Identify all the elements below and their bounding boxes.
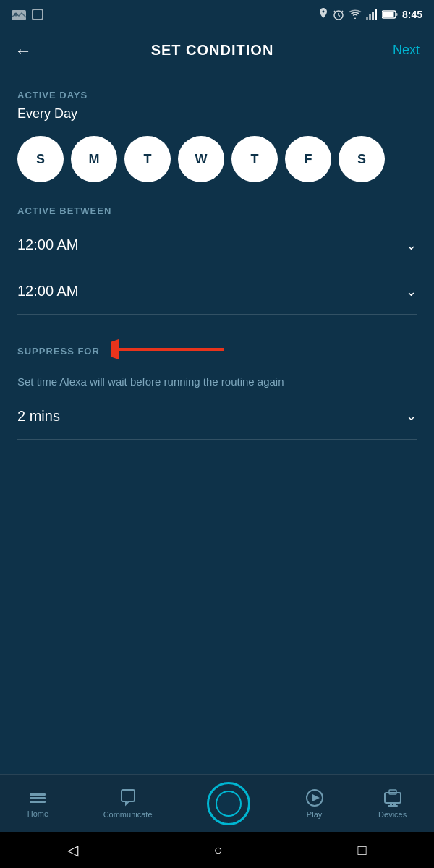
- active-between-label: ACTIVE BETWEEN: [17, 205, 417, 216]
- photo-icon: [12, 9, 26, 20]
- suppress-value: 2 mins: [17, 408, 60, 425]
- status-bar: 8:45: [0, 0, 434, 29]
- time-display: 8:45: [402, 9, 422, 20]
- nav-devices[interactable]: Devices: [378, 788, 407, 819]
- android-home-button[interactable]: ○: [213, 842, 222, 859]
- nav-play[interactable]: Play: [305, 788, 324, 819]
- from-time-chevron: ⌄: [406, 237, 417, 253]
- nav-devices-label: Devices: [378, 810, 407, 819]
- home-icon: [28, 789, 47, 807]
- nav-home[interactable]: Home: [27, 789, 48, 818]
- to-time-value: 12:00 AM: [17, 283, 79, 299]
- suppress-for-section: SUPPRESS FOR Set time Alexa will wait be…: [17, 335, 417, 440]
- suppress-description: Set time Alexa will wait before running …: [17, 374, 417, 391]
- svg-rect-22: [388, 805, 398, 807]
- days-row: S M T W T F S: [17, 136, 417, 182]
- day-wednesday[interactable]: W: [178, 136, 224, 182]
- to-time-dropdown[interactable]: 12:00 AM ⌄: [17, 268, 417, 315]
- main-content: ACTIVE DAYS Every Day S M T W T F S ACTI…: [0, 72, 434, 774]
- battery-icon: [382, 10, 398, 19]
- play-icon: [305, 788, 324, 807]
- svg-rect-7: [375, 9, 377, 20]
- next-button[interactable]: Next: [393, 43, 420, 58]
- active-days-value: Every Day: [17, 106, 417, 122]
- day-thursday[interactable]: T: [231, 136, 278, 182]
- to-time-chevron: ⌄: [406, 284, 417, 299]
- status-bar-left: [12, 9, 43, 20]
- svg-rect-10: [396, 13, 397, 16]
- day-saturday[interactable]: S: [339, 136, 385, 182]
- communicate-icon: [119, 788, 137, 807]
- day-friday[interactable]: F: [285, 136, 331, 182]
- suppress-value-dropdown[interactable]: 2 mins ⌄: [17, 393, 417, 440]
- from-time-value: 12:00 AM: [17, 237, 79, 253]
- svg-rect-6: [372, 12, 374, 20]
- suppress-chevron: ⌄: [406, 408, 417, 424]
- nav-play-label: Play: [307, 810, 322, 819]
- bottom-navigation: Home Communicate Play Devices: [0, 774, 434, 832]
- svg-rect-9: [383, 12, 393, 17]
- from-time-dropdown[interactable]: 12:00 AM ⌄: [17, 222, 417, 268]
- location-icon: [318, 8, 328, 21]
- active-between-section: ACTIVE BETWEEN 12:00 AM ⌄ 12:00 AM ⌄: [17, 205, 417, 315]
- wifi-icon: [349, 9, 362, 20]
- suppress-header: SUPPRESS FOR: [17, 335, 417, 367]
- svg-rect-4: [366, 17, 368, 20]
- day-monday[interactable]: M: [71, 136, 117, 182]
- nav-communicate-label: Communicate: [103, 810, 153, 819]
- nav-alexa[interactable]: [207, 782, 250, 825]
- signal-icon: [366, 9, 378, 20]
- back-button[interactable]: ←: [14, 41, 32, 61]
- svg-rect-5: [369, 14, 371, 20]
- suppress-label: SUPPRESS FOR: [17, 346, 100, 357]
- android-recent-button[interactable]: □: [357, 842, 366, 859]
- devices-icon: [383, 788, 403, 807]
- day-sunday[interactable]: S: [17, 136, 64, 182]
- svg-rect-13: [30, 793, 46, 796]
- android-back-button[interactable]: ◁: [67, 841, 78, 859]
- nav-communicate[interactable]: Communicate: [103, 788, 153, 819]
- alexa-button[interactable]: [207, 782, 250, 825]
- square-icon: [32, 9, 43, 20]
- svg-rect-15: [30, 801, 46, 803]
- svg-rect-2: [33, 9, 43, 20]
- alarm-icon: [333, 9, 344, 20]
- svg-marker-17: [312, 794, 320, 801]
- day-tuesday[interactable]: T: [124, 136, 171, 182]
- active-days-section: ACTIVE DAYS Every Day S M T W T F S: [17, 90, 417, 182]
- page-title: SET CONDITION: [151, 42, 274, 59]
- header: ← SET CONDITION Next: [0, 29, 434, 72]
- active-days-label: ACTIVE DAYS: [17, 90, 417, 101]
- alexa-inner-circle: [216, 791, 242, 817]
- svg-rect-14: [30, 797, 46, 799]
- status-bar-right: 8:45: [318, 8, 422, 21]
- nav-home-label: Home: [27, 809, 48, 818]
- android-navigation: ◁ ○ □: [0, 832, 434, 868]
- red-arrow-annotation: [111, 335, 227, 367]
